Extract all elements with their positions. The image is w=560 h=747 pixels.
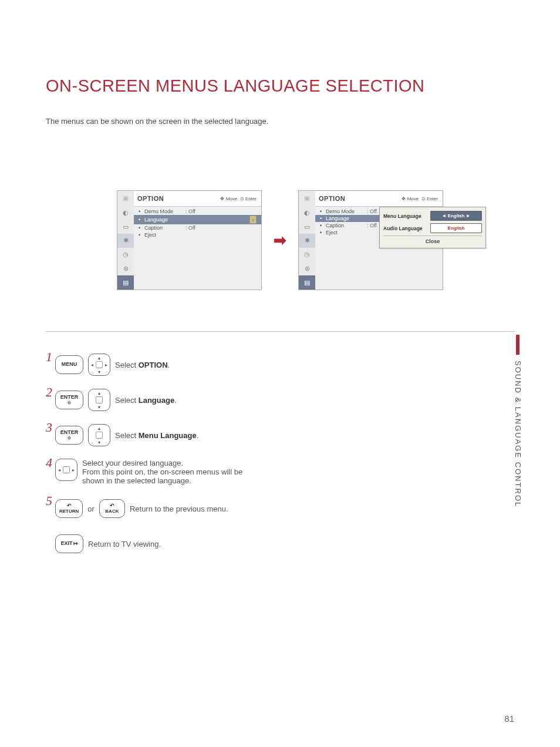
or-text: or bbox=[87, 504, 95, 513]
side-tab-label: SOUND & LANGUAGE CONTROL bbox=[514, 361, 522, 507]
step-number: 1 bbox=[46, 349, 54, 365]
osd-header-title: OPTION bbox=[137, 195, 164, 202]
osd-icon: ✱ bbox=[117, 234, 134, 248]
osd-header: OPTION ✥ Move ⊙ Enter bbox=[315, 191, 443, 207]
osd-row: •Caption: Off bbox=[134, 224, 261, 231]
osd-icon: ✱ bbox=[299, 234, 315, 248]
manual-page: ON-SCREEN MENUS LANGUAGE SELECTION The m… bbox=[0, 0, 560, 747]
step-text: Return to the previous menu. bbox=[130, 504, 228, 513]
remote-enter-button: ENTER⊙ bbox=[55, 426, 83, 445]
osd-list: •Demo Mode: Off •Language ↕ •Caption: Of… bbox=[134, 207, 261, 290]
step-number: 3 bbox=[46, 420, 54, 435]
step-text: Select your desired language. From this … bbox=[82, 459, 258, 485]
step-number: 2 bbox=[46, 385, 54, 400]
osd-icon: ◷ bbox=[299, 248, 315, 262]
step-text: Select OPTION. bbox=[115, 361, 170, 369]
osd-panel-left: ▣ ◐ ▭ ✱ ◷ ⊛ ▤ OPTION ✥ Move ⊙ Enter •Dem… bbox=[117, 190, 262, 290]
spinner-icon: ↕ bbox=[249, 216, 257, 224]
steps: 1 MENU ▴◂▸▾ Select OPTION. 2 ENTER⊙ ▴▾ S… bbox=[46, 353, 514, 556]
osd-header-hint: ✥ Move ⊙ Enter bbox=[220, 196, 257, 201]
osd-panel-right-wrap: ▣ ◐ ▭ ✱ ◷ ⊛ ▤ OPTION ✥ Move ⊙ Enter •Dem… bbox=[298, 190, 443, 290]
remote-navpad: ▴▾ bbox=[88, 389, 110, 411]
arrow-icon: ➡ bbox=[274, 231, 286, 250]
language-popup: Menu Language ◄ English ► Audio Language… bbox=[379, 207, 486, 248]
osd-icon: ▣ bbox=[299, 191, 315, 206]
osd-row: •Demo Mode: Off bbox=[134, 208, 261, 215]
osd-icon: ◷ bbox=[117, 248, 134, 262]
step-text: Select Menu Language. bbox=[115, 431, 198, 440]
osd-icon: ▭ bbox=[117, 220, 134, 234]
divider bbox=[46, 331, 514, 332]
side-tab: SOUND & LANGUAGE CONTROL bbox=[511, 335, 525, 529]
remote-navpad: ▴▾ bbox=[88, 424, 110, 446]
step-number: 5 bbox=[46, 493, 54, 509]
popup-menu-lang-value: ◄ English ► bbox=[430, 211, 482, 221]
popup-audio-lang-value: English bbox=[430, 223, 482, 233]
page-number: 81 bbox=[504, 714, 514, 724]
osd-icon-strip: ▣ ◐ ▭ ✱ ◷ ⊛ ▤ bbox=[299, 191, 315, 290]
osd-icon: ⊛ bbox=[117, 262, 134, 276]
osd-row-selected: •Language ↕ bbox=[134, 215, 261, 224]
step-4: 4 ◂▸ Select your desired language. From … bbox=[46, 459, 514, 485]
step-text: Return to TV viewing. bbox=[88, 540, 161, 549]
osd-icon: ▭ bbox=[299, 220, 315, 234]
popup-close: Close bbox=[383, 235, 482, 244]
step-2: 2 ENTER⊙ ▴▾ Select Language. bbox=[46, 388, 514, 412]
osd-row: •Eject bbox=[134, 231, 261, 238]
osd-icon-strip: ▣ ◐ ▭ ✱ ◷ ⊛ ▤ bbox=[117, 191, 134, 290]
page-subtitle: The menus can be shown on the screen in … bbox=[46, 117, 514, 126]
osd-icon: ▣ bbox=[117, 191, 134, 206]
step-5: 5 ↶RETURN or ↶BACK Return to the previou… bbox=[46, 497, 514, 520]
osd-icon: ▤ bbox=[299, 275, 315, 290]
osd-icon: ⊛ bbox=[299, 262, 315, 276]
osd-header-title: OPTION bbox=[319, 195, 345, 202]
step-1: 1 MENU ▴◂▸▾ Select OPTION. bbox=[46, 353, 514, 376]
step-3: 3 ENTER⊙ ▴▾ Select Menu Language. bbox=[46, 423, 514, 447]
remote-return-button: ↶RETURN bbox=[55, 499, 83, 518]
remote-navpad: ▴◂▸▾ bbox=[88, 354, 110, 376]
osd-header: OPTION ✥ Move ⊙ Enter bbox=[134, 191, 261, 207]
step-number: 4 bbox=[46, 455, 54, 470]
popup-menu-lang-label: Menu Language bbox=[383, 213, 421, 219]
step-exit: 6 EXIT↦ Return to TV viewing. bbox=[46, 532, 514, 556]
remote-menu-button: MENU bbox=[55, 355, 83, 374]
side-tab-bar bbox=[516, 335, 519, 355]
osd-illustration-row: ▣ ◐ ▭ ✱ ◷ ⊛ ▤ OPTION ✥ Move ⊙ Enter •Dem… bbox=[46, 190, 514, 290]
remote-enter-button: ENTER⊙ bbox=[55, 391, 83, 409]
remote-back-button: ↶BACK bbox=[99, 499, 125, 518]
remote-exit-button: EXIT↦ bbox=[55, 534, 83, 553]
page-title: ON-SCREEN MENUS LANGUAGE SELECTION bbox=[46, 76, 514, 96]
popup-audio-lang-label: Audio Language bbox=[383, 226, 423, 231]
osd-icon: ▤ bbox=[117, 275, 134, 290]
osd-header-hint: ✥ Move ⊙ Enter bbox=[402, 196, 438, 201]
osd-icon: ◐ bbox=[117, 206, 134, 220]
step-text: Select Language. bbox=[115, 396, 177, 405]
remote-navpad: ◂▸ bbox=[55, 459, 77, 481]
osd-icon: ◐ bbox=[299, 206, 315, 220]
